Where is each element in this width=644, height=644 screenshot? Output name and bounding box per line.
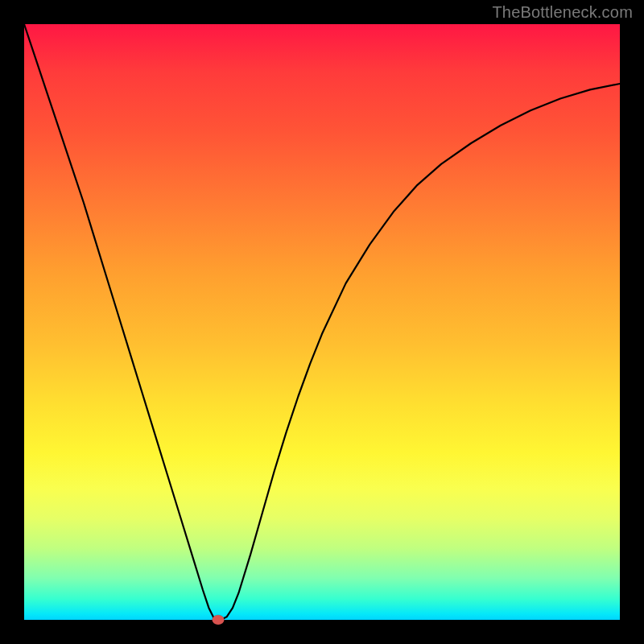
bottleneck-curve bbox=[24, 24, 620, 620]
plot-area bbox=[24, 24, 620, 620]
chart-wrapper: TheBottleneck.com bbox=[0, 0, 644, 644]
watermark-text: TheBottleneck.com bbox=[492, 3, 633, 22]
optimal-point-marker bbox=[212, 615, 224, 625]
